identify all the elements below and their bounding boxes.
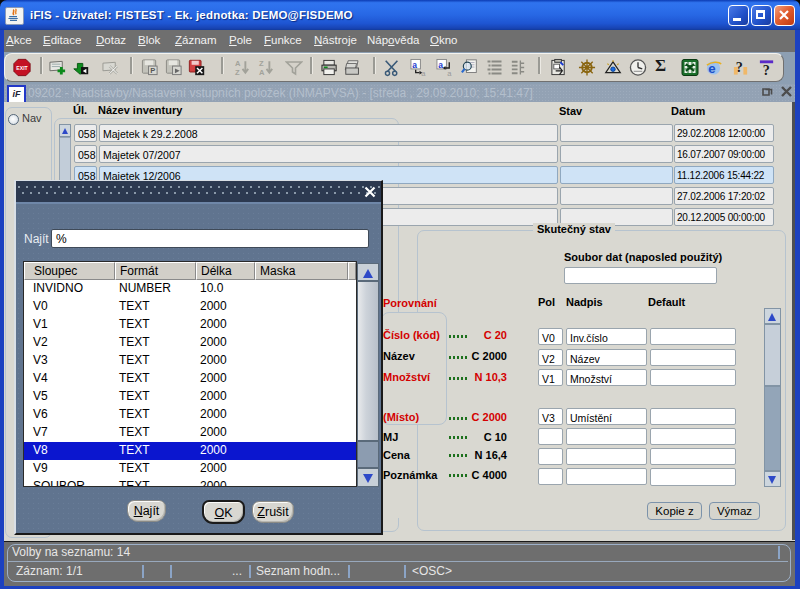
svg-text:EXIT: EXIT xyxy=(16,65,28,71)
svg-text:a: a xyxy=(421,69,426,77)
svg-text:A: A xyxy=(259,68,265,77)
svg-text:a: a xyxy=(447,69,452,77)
svg-text:a: a xyxy=(438,60,443,70)
svg-text:?: ? xyxy=(763,62,770,77)
svg-text:?: ? xyxy=(736,59,743,75)
svg-text:a: a xyxy=(412,60,417,70)
svg-text:Z: Z xyxy=(235,68,240,77)
svg-text:P: P xyxy=(150,66,155,75)
